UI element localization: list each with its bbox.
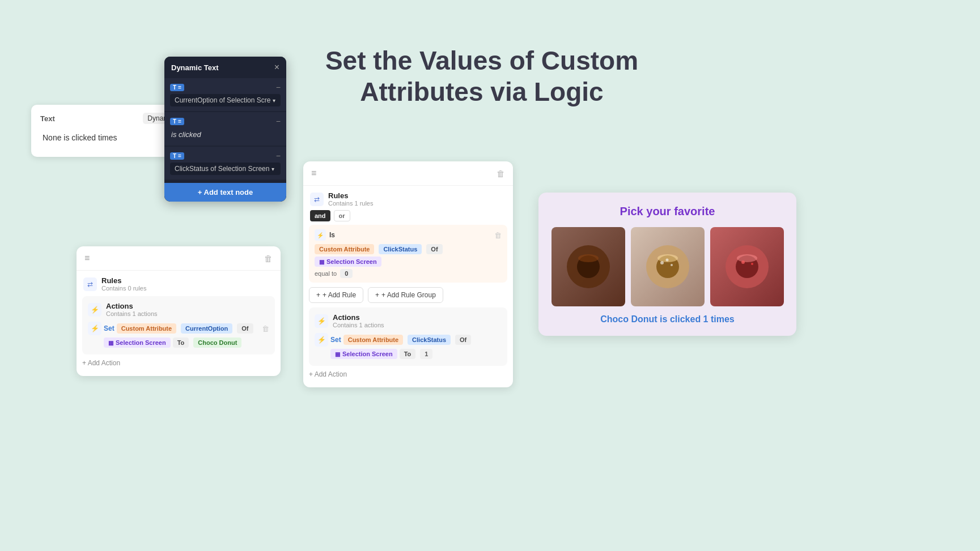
lc-right-action-of: Of: [455, 335, 471, 345]
dtp-titlebar: Dynamic Text ×: [164, 57, 286, 78]
svg-point-11: [737, 254, 757, 262]
lc-right-add-row: + + Add Rule + + Add Rule Group: [309, 287, 507, 303]
dtp-add-text-node-btn[interactable]: + Add text node: [164, 183, 286, 202]
lc-right-rules-subtitle: Contains 1 rules: [328, 200, 374, 207]
lc-or-btn[interactable]: or: [334, 210, 350, 221]
lc-right-topbar: ≡ 🗑: [303, 161, 513, 186]
donut-image-1[interactable]: [551, 227, 625, 306]
svg-point-7: [671, 264, 673, 266]
lc-left-action-current-option: CurrentOption: [181, 323, 232, 334]
dtp-minus-3[interactable]: −: [276, 151, 281, 160]
lc-left-action-custom-attr: Custom Attribute: [117, 323, 176, 334]
lc-left-trash-icon[interactable]: 🗑: [264, 254, 273, 263]
lc-right-actions-subtitle: Contains 1 actions: [333, 322, 384, 328]
lc-right-actions-title: Actions: [333, 313, 384, 322]
lc-left-action-icon: ⚡: [88, 322, 101, 335]
lc-right-selection-screen-tag: ▦ Selection Screen: [315, 257, 381, 267]
lc-add-rule-group-btn[interactable]: + + Add Rule Group: [368, 287, 443, 303]
dtp-close-btn[interactable]: ×: [274, 62, 279, 72]
dtp-row-value-3[interactable]: ClickStatus of Selection Screen ▾: [170, 163, 281, 175]
donut-image-2[interactable]: [631, 227, 705, 306]
lc-right-rules-title: Rules: [328, 191, 374, 200]
lc-and-btn[interactable]: and: [310, 210, 330, 221]
lc-right-action-icon: ⚡: [315, 333, 328, 347]
lc-left-selection-screen-tag: ▦ Selection Screen: [104, 338, 171, 348]
lc-right-rule-click-status: ClickStatus: [379, 244, 422, 254]
text-widget-header: Text Dynamic ▾: [40, 113, 184, 124]
dtp-chevron-1: ▾: [273, 97, 275, 104]
donut-card: Pick your favorite: [538, 193, 796, 336]
svg-point-8: [665, 259, 668, 262]
lc-right-add-action-btn[interactable]: + Add Action: [309, 370, 347, 378]
lc-left-action-row: ⚡ Set Custom Attribute CurrentOption Of …: [88, 322, 269, 335]
text-widget-content: None is clicked times: [40, 130, 184, 146]
lc-left-action-to: To: [173, 338, 189, 348]
donut-image-1-inner: [551, 227, 625, 306]
lc-left-actions-subtitle: Contains 1 actions: [106, 310, 158, 317]
lc-left-topbar: ≡ 🗑: [77, 246, 281, 271]
svg-point-6: [660, 261, 664, 264]
main-heading: Set the Values of Custom Attributes via …: [306, 45, 657, 108]
lc-left-menu-icon: ≡: [84, 253, 90, 263]
dtp-row-3: T = − ClickStatus of Selection Screen ▾: [164, 147, 286, 180]
dtp-row-1: T = − CurrentOption of Selection Scre ▾: [164, 78, 286, 111]
plus-icon: +: [316, 291, 320, 299]
lc-right-equal-row: equal to 0: [315, 269, 502, 278]
dtp-row-value-1[interactable]: CurrentOption of Selection Scre ▾: [170, 94, 281, 106]
lc-left-screen-icon: ▦: [108, 340, 113, 346]
dynamic-text-panel: Dynamic Text × T = − CurrentOption of Se…: [164, 57, 286, 202]
lc-left-rules-title: Rules: [101, 276, 147, 285]
dtp-minus-2[interactable]: −: [276, 117, 281, 126]
lc-right-trash-icon[interactable]: 🗑: [497, 169, 505, 178]
lc-right-rules-icon: ⇄: [310, 193, 324, 206]
lc-right-action-row2: ▦ Selection Screen To 1: [330, 349, 502, 359]
dtp-chevron-3: ▾: [271, 166, 274, 172]
lc-right-rule-screen-row: ▦ Selection Screen: [315, 257, 502, 267]
donut-images: [549, 227, 786, 306]
dtp-row-2: T = − is clicked: [164, 112, 286, 146]
lc-right-action-to: To: [400, 349, 416, 359]
donut-image-3[interactable]: [710, 227, 784, 306]
lc-right-action-set: Set: [330, 336, 341, 344]
logic-card-left: ≡ 🗑 ⇄ Rules Contains 0 rules ⚡ Actions C…: [77, 246, 281, 376]
lc-right-action-custom-attr: Custom Attribute: [343, 335, 403, 345]
dtp-title: Dynamic Text: [171, 63, 219, 72]
lc-right-rule-tags: Custom Attribute ClickStatus Of: [315, 244, 502, 254]
dtp-minus-1[interactable]: −: [276, 83, 281, 92]
dtp-badge-3: T =: [170, 152, 184, 160]
lc-left-actions-icon: ⚡: [88, 303, 101, 317]
lc-left-add-action-btn[interactable]: + Add Action: [82, 359, 120, 367]
lc-right-action-screen-icon: ▦: [335, 351, 340, 357]
donut-card-title: Pick your favorite: [549, 205, 786, 218]
lc-right-rules-section: ⇄ Rules Contains 1 rules: [310, 191, 506, 207]
lc-right-action-screen-tag: ▦ Selection Screen: [330, 349, 397, 359]
lc-left-action-row2: ▦ Selection Screen To Choco Donut: [104, 338, 269, 348]
lc-right-menu-icon: ≡: [311, 168, 316, 178]
lc-add-rule-btn[interactable]: + + Add Rule: [309, 287, 363, 303]
logic-card-right: ≡ 🗑 ⇄ Rules Contains 1 rules and or ⚡ Is…: [303, 161, 513, 387]
lc-right-rule-is-icon: ⚡: [315, 229, 326, 241]
lc-right-actions-icon: ⚡: [315, 314, 328, 328]
lc-left-action-trash[interactable]: 🗑: [262, 324, 269, 333]
lc-left-actions-section: ⚡ Actions Contains 1 actions ⚡ Set Custo…: [82, 296, 275, 354]
dtp-badge-1: T =: [170, 84, 184, 91]
lc-right-action-row: ⚡ Set Custom Attribute ClickStatus Of: [315, 333, 502, 347]
lc-left-rules-section: ⇄ Rules Contains 0 rules: [83, 276, 274, 292]
lc-right-equal-val: 0: [340, 269, 353, 278]
lc-right-screen-icon: ▦: [319, 259, 324, 265]
dtp-badge-2: T =: [170, 118, 184, 125]
lc-left-rules-subtitle: Contains 0 rules: [101, 285, 147, 292]
lc-right-rule-custom-attr: Custom Attribute: [315, 244, 374, 254]
dtp-row-text-2: is clicked: [170, 128, 281, 141]
lc-right-rule-trash[interactable]: 🗑: [494, 231, 502, 240]
svg-point-13: [751, 263, 753, 265]
lc-right-action-val: 1: [420, 349, 432, 359]
text-widget-label: Text: [40, 114, 55, 123]
lc-right-actions-section: ⚡ Actions Contains 1 actions ⚡ Set Custo…: [309, 307, 507, 366]
lc-left-action-of: Of: [237, 323, 253, 334]
lc-right-action-click-status: ClickStatus: [408, 335, 451, 345]
lc-left-actions-title: Actions: [106, 302, 158, 310]
svg-point-12: [741, 260, 745, 264]
lc-left-action-choco-donut: Choco Donut: [193, 338, 241, 348]
plus-icon-2: +: [375, 291, 379, 299]
